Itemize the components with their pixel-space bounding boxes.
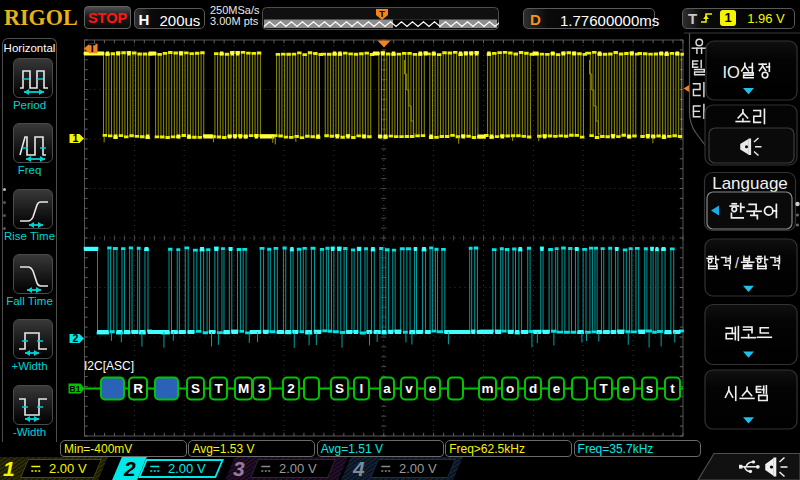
svg-text:e: e: [429, 381, 437, 396]
svg-text:3: 3: [258, 381, 266, 396]
svg-text:M: M: [238, 381, 249, 396]
svg-text:o: o: [506, 381, 514, 396]
svg-text:e: e: [622, 381, 630, 396]
svg-text:IO: IO: [723, 63, 741, 81]
svg-text:T: T: [599, 381, 608, 396]
svg-text:R: R: [133, 381, 143, 396]
svg-text:S: S: [191, 381, 200, 396]
svg-text:T: T: [89, 42, 96, 54]
svg-text:t: t: [670, 381, 675, 396]
svg-text:2: 2: [73, 332, 79, 344]
svg-text:a: a: [383, 381, 391, 396]
svg-text:s: s: [646, 381, 654, 396]
svg-text:S: S: [335, 381, 344, 396]
svg-text:1: 1: [73, 132, 79, 144]
svg-text:/: /: [735, 255, 739, 271]
svg-text:m: m: [481, 381, 493, 396]
svg-text:2: 2: [287, 381, 295, 396]
svg-text:v: v: [405, 381, 413, 396]
svg-text:Language: Language: [712, 174, 788, 193]
svg-text:d: d: [529, 381, 537, 396]
svg-text:I2C[ASC]: I2C[ASC]: [84, 359, 134, 373]
svg-text:B1: B1: [70, 384, 81, 394]
svg-text:T: T: [214, 381, 223, 396]
svg-text:e: e: [553, 381, 561, 396]
svg-text:l: l: [360, 381, 364, 396]
